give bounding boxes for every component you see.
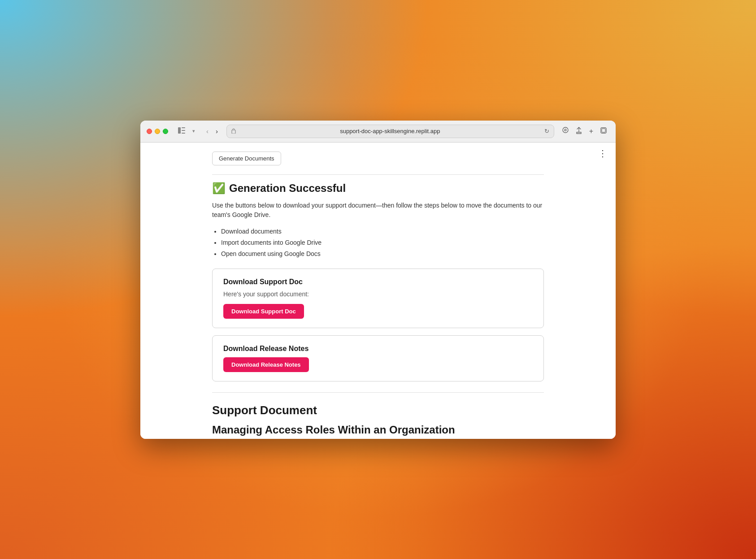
gen-success-header: ✅ Generation Successful: [212, 182, 544, 195]
page-content: Generate Documents ✅ Generation Successf…: [199, 143, 557, 439]
browser-nav: ‹ ›: [203, 126, 221, 137]
address-bar[interactable]: support-doc-app-skillsengine.replit.app …: [226, 125, 554, 138]
sidebar-chevron-button[interactable]: ▾: [190, 126, 198, 136]
instructions-text: Use the buttons below to download your s…: [212, 201, 544, 220]
browser-content: ⋮ Generate Documents ✅ Generation Succes…: [140, 143, 616, 439]
generate-documents-button[interactable]: Generate Documents: [212, 152, 281, 165]
steps-list: Download documents Import documents into…: [221, 226, 544, 260]
tabs-overview-button[interactable]: [598, 126, 609, 137]
browser-window: ▾ ‹ › support-doc-app-skillsengine.repli…: [140, 121, 616, 439]
managing-access-heading: Managing Access Roles Within an Organiza…: [212, 424, 544, 436]
bookmark-button[interactable]: [560, 125, 571, 137]
browser-actions: +: [560, 125, 609, 137]
browser-controls: ▾: [175, 126, 198, 137]
minimize-window-button[interactable]: [155, 129, 160, 134]
support-document-heading: Support Document: [212, 403, 544, 417]
download-release-notes-card: Download Release Notes Download Release …: [212, 335, 544, 381]
step-item: Open document using Google Docs: [221, 248, 544, 260]
new-tab-button[interactable]: +: [587, 126, 596, 137]
success-title: Generation Successful: [229, 182, 346, 195]
browser-titlebar: ▾ ‹ › support-doc-app-skillsengine.repli…: [140, 121, 616, 142]
svg-rect-1: [182, 127, 185, 128]
support-doc-card-subtitle: Here's your support document:: [223, 290, 533, 298]
download-support-doc-card: Download Support Doc Here's your support…: [212, 269, 544, 328]
generate-btn-row: Generate Documents: [212, 152, 544, 165]
divider-top: [212, 174, 544, 175]
back-button[interactable]: ‹: [203, 126, 212, 137]
maximize-window-button[interactable]: [163, 129, 168, 134]
success-emoji: ✅: [212, 182, 226, 195]
forward-button[interactable]: ›: [213, 126, 221, 137]
svg-rect-8: [602, 129, 605, 132]
svg-rect-4: [232, 130, 235, 134]
svg-rect-0: [178, 127, 181, 134]
divider-bottom: [212, 392, 544, 393]
svg-rect-3: [182, 133, 185, 134]
traffic-lights: [147, 129, 168, 134]
reload-button[interactable]: ↻: [544, 128, 549, 134]
support-doc-card-title: Download Support Doc: [223, 278, 533, 286]
download-support-doc-button[interactable]: Download Support Doc: [223, 304, 304, 319]
download-release-notes-button[interactable]: Download Release Notes: [223, 357, 309, 372]
svg-point-6: [565, 129, 566, 131]
browser-chrome: ▾ ‹ › support-doc-app-skillsengine.repli…: [140, 121, 616, 143]
page-menu-button[interactable]: ⋮: [598, 148, 608, 159]
release-notes-card-title: Download Release Notes: [223, 345, 533, 353]
sidebar-toggle-button[interactable]: [175, 126, 188, 137]
svg-rect-2: [182, 130, 185, 131]
share-button[interactable]: [573, 125, 585, 137]
url-text: support-doc-app-skillsengine.replit.app: [239, 128, 542, 134]
svg-point-5: [563, 127, 568, 133]
step-item: Import documents into Google Drive: [221, 237, 544, 248]
step-item: Download documents: [221, 226, 544, 237]
close-window-button[interactable]: [147, 129, 152, 134]
address-bar-icon: [231, 128, 236, 134]
